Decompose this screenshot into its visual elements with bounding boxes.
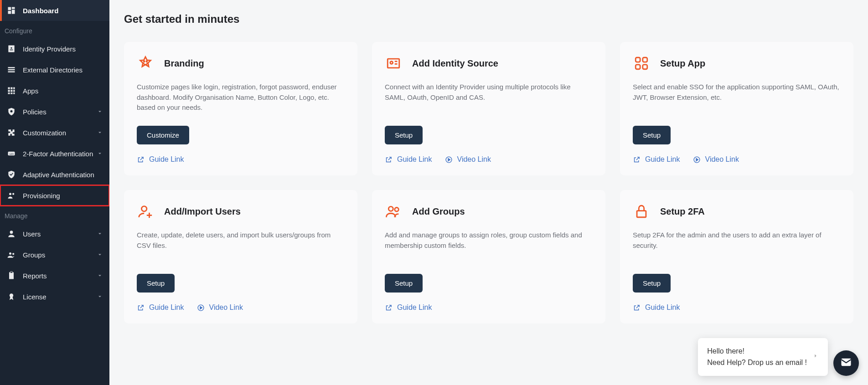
- users-icon: [385, 203, 402, 220]
- grid-icon: [6, 86, 16, 96]
- card-title: Add/Import Users: [164, 206, 241, 217]
- chevron-down-icon: [97, 150, 103, 157]
- svg-point-29: [10, 293, 13, 297]
- card-add-groups: Add Groups Add and manage groups to assi…: [372, 190, 605, 323]
- customize-button[interactable]: Customize: [137, 126, 189, 144]
- card-setup-2fa: Setup 2FA Setup 2FA for the admin and th…: [620, 190, 853, 323]
- sidebar-item-label: 2-Factor Authentication: [23, 150, 97, 158]
- mail-icon: [840, 356, 852, 370]
- chevron-down-icon: [97, 252, 103, 258]
- chevron-down-icon: [97, 129, 103, 136]
- sidebar-item-license[interactable]: License: [0, 286, 109, 307]
- setup-button[interactable]: Setup: [385, 126, 423, 144]
- sidebar-item-users[interactable]: Users: [0, 223, 109, 244]
- chat-fab[interactable]: [833, 350, 859, 376]
- user-plus-icon: [137, 203, 154, 220]
- sidebar-item-identity-providers[interactable]: Identity Providers: [0, 38, 109, 59]
- sidebar-item-external-directories[interactable]: External Directories: [0, 59, 109, 80]
- chevron-down-icon: [97, 231, 103, 237]
- sidebar-item-provisioning[interactable]: Provisioning: [0, 185, 109, 206]
- guide-link[interactable]: Guide Link: [633, 303, 680, 312]
- card-desc: Add and manage groups to assign roles, g…: [385, 230, 593, 261]
- svg-rect-39: [636, 65, 640, 69]
- svg-rect-38: [643, 57, 647, 62]
- play-circle-icon: [693, 156, 701, 164]
- card-add-identity-source: Add Identity Source Connect with an Iden…: [372, 42, 605, 175]
- shield-gear-icon: [6, 107, 16, 117]
- sidebar-item-reports[interactable]: Reports: [0, 265, 109, 286]
- svg-rect-9: [8, 71, 15, 72]
- sidebar-item-label: Apps: [23, 87, 103, 95]
- sidebar-item-label: Users: [23, 230, 97, 238]
- sidebar-item-apps[interactable]: Apps: [0, 80, 109, 101]
- sidebar-item-groups[interactable]: Groups: [0, 244, 109, 265]
- chat-line2: Need Help? Drop us an email !: [707, 357, 807, 369]
- chevron-right-icon: [812, 353, 819, 361]
- svg-rect-27: [9, 272, 14, 279]
- svg-rect-0: [8, 7, 11, 10]
- group-icon: [6, 250, 16, 260]
- setup-button[interactable]: Setup: [137, 274, 175, 293]
- video-link[interactable]: Video Link: [445, 155, 491, 164]
- video-link[interactable]: Video Link: [693, 155, 739, 164]
- svg-rect-11: [10, 87, 12, 89]
- license-badge-icon: [6, 292, 16, 302]
- card-branding: Branding Customize pages like login, reg…: [124, 42, 357, 175]
- card-add-import-users: Add/Import Users Create, update, delete …: [124, 190, 357, 323]
- number-badge-icon: 123: [6, 149, 16, 159]
- guide-link[interactable]: Guide Link: [633, 155, 680, 164]
- svg-rect-16: [8, 92, 10, 94]
- svg-rect-18: [13, 92, 15, 94]
- svg-point-47: [395, 208, 399, 212]
- card-setup-app: Setup App Select and enable SSO for the …: [620, 42, 853, 175]
- svg-rect-1: [12, 7, 15, 9]
- svg-point-23: [12, 193, 14, 195]
- play-circle-icon: [197, 304, 205, 312]
- setup-button[interactable]: Setup: [633, 274, 671, 293]
- sidebar-item-adaptive-auth[interactable]: Adaptive Authentication: [0, 164, 109, 185]
- dashboard-icon: [6, 5, 16, 15]
- setup-button[interactable]: Setup: [633, 126, 671, 144]
- link-label: Video Link: [457, 155, 491, 164]
- external-link-icon: [633, 156, 641, 164]
- link-label: Video Link: [209, 303, 243, 312]
- svg-rect-10: [8, 87, 10, 89]
- guide-link[interactable]: Guide Link: [137, 155, 184, 164]
- sidebar-item-customization[interactable]: Customization: [0, 122, 109, 143]
- svg-rect-17: [10, 92, 12, 94]
- puzzle-icon: [6, 128, 16, 138]
- svg-point-46: [388, 206, 393, 211]
- link-label: Guide Link: [149, 303, 184, 312]
- video-link[interactable]: Video Link: [197, 303, 243, 312]
- svg-rect-2: [12, 10, 15, 14]
- chevron-down-icon: [97, 272, 103, 279]
- link-label: Guide Link: [149, 155, 184, 164]
- svg-point-42: [142, 206, 147, 211]
- sidebar-section-configure: Configure: [0, 21, 109, 38]
- card-title: Add Identity Source: [412, 58, 498, 69]
- chat-line1: Hello there!: [707, 345, 807, 357]
- svg-point-25: [9, 252, 11, 255]
- svg-point-26: [12, 253, 14, 255]
- svg-rect-32: [388, 59, 399, 68]
- sidebar-item-label: Provisioning: [23, 192, 103, 200]
- guide-link[interactable]: Guide Link: [385, 155, 432, 164]
- sidebar-item-dashboard[interactable]: Dashboard: [0, 0, 109, 21]
- guide-link[interactable]: Guide Link: [385, 303, 432, 312]
- sidebar-item-policies[interactable]: Policies: [0, 101, 109, 122]
- guide-link[interactable]: Guide Link: [137, 303, 184, 312]
- id-card-icon: [385, 55, 402, 72]
- sidebar-item-label: Reports: [23, 272, 97, 280]
- svg-point-31: [146, 61, 147, 62]
- external-link-icon: [385, 304, 393, 312]
- sidebar-item-label: Customization: [23, 129, 97, 137]
- setup-button[interactable]: Setup: [385, 274, 423, 293]
- chat-popup[interactable]: Hello there! Need Help? Drop us an email…: [698, 338, 828, 376]
- svg-text:123: 123: [9, 153, 14, 155]
- clipboard-icon: [6, 271, 16, 281]
- play-circle-icon: [445, 156, 453, 164]
- svg-rect-12: [13, 87, 15, 89]
- link-label: Guide Link: [397, 303, 432, 312]
- svg-rect-28: [10, 272, 13, 273]
- sidebar-item-2fa[interactable]: 123 2-Factor Authentication: [0, 143, 109, 164]
